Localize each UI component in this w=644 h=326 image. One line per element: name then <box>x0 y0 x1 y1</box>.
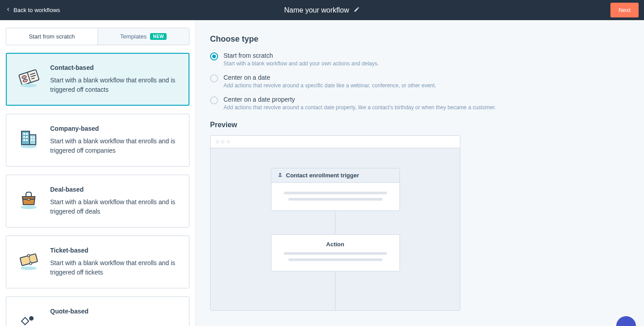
svg-rect-20 <box>33 139 34 141</box>
ticket-icon <box>16 247 41 272</box>
svg-rect-17 <box>31 137 32 138</box>
radio-start-from-scratch[interactable]: Start from scratch Start with a blank wo… <box>210 52 630 68</box>
svg-point-27 <box>29 262 32 265</box>
svg-rect-16 <box>26 139 28 141</box>
quote-icon <box>16 308 41 326</box>
skeleton-line <box>288 198 382 201</box>
choose-type-heading: Choose type <box>210 34 630 44</box>
svg-point-7 <box>21 84 37 87</box>
card-deal-based[interactable]: Deal-based Start with a blank workflow t… <box>6 175 189 227</box>
preview-heading: Preview <box>210 121 630 129</box>
card-company-based[interactable]: Company-based Start with a blank workflo… <box>6 114 189 167</box>
radio-label: Center on a date property <box>223 96 496 103</box>
action-node: Action <box>271 234 400 271</box>
svg-rect-15 <box>23 139 25 141</box>
radio-label: Start from scratch <box>223 52 379 59</box>
card-ticket-based[interactable]: Ticket-based Start with a blank workflow… <box>6 236 189 288</box>
radio-desc: Add actions that revolve around a contac… <box>223 104 496 112</box>
tab-templates[interactable]: Templates NEW <box>98 28 189 45</box>
sidebar-tabs: Start from scratch Templates NEW <box>6 28 189 45</box>
trigger-header: Contact enrollment trigger <box>271 168 399 183</box>
card-title: Ticket-based <box>50 247 179 254</box>
window-dot-icon <box>216 140 219 143</box>
window-dot-icon <box>221 140 224 143</box>
svg-rect-22 <box>27 198 30 200</box>
radio-center-on-date[interactable]: Center on a date Add actions that revolv… <box>210 74 630 90</box>
svg-rect-9 <box>21 131 30 145</box>
svg-rect-11 <box>23 133 25 135</box>
tab-start-from-scratch[interactable]: Start from scratch <box>6 28 98 45</box>
svg-rect-12 <box>26 133 28 135</box>
preview-canvas: Contact enrollment trigger Action <box>210 148 460 310</box>
tab-label: Templates <box>120 33 146 40</box>
radio-input[interactable] <box>210 52 218 60</box>
svg-rect-14 <box>26 136 28 138</box>
svg-point-28 <box>29 316 34 321</box>
card-contact-based[interactable]: Contact-based Start with a blank workflo… <box>6 53 189 106</box>
user-icon <box>278 172 283 179</box>
trigger-label: Contact enrollment trigger <box>286 172 359 179</box>
preview-box: Contact enrollment trigger Action <box>210 135 460 311</box>
svg-point-26 <box>27 254 30 257</box>
contact-icon <box>16 64 41 89</box>
card-desc: Start with a blank workflow that enrolls… <box>50 137 179 155</box>
company-icon <box>16 125 41 150</box>
svg-point-23 <box>21 266 37 270</box>
top-header: Back to workflows Name your workflow Nex… <box>0 0 644 20</box>
svg-rect-10 <box>30 135 36 145</box>
workflow-title-wrap[interactable]: Name your workflow <box>284 6 360 14</box>
left-sidebar: Start from scratch Templates NEW <box>0 20 196 326</box>
card-title: Deal-based <box>50 186 179 193</box>
svg-rect-13 <box>23 136 25 138</box>
help-bubble-button[interactable] <box>616 316 636 326</box>
back-to-workflows-link[interactable]: Back to workflows <box>5 7 60 13</box>
back-label: Back to workflows <box>13 7 60 13</box>
skeleton-line <box>288 258 382 261</box>
radio-input[interactable] <box>210 74 218 82</box>
radio-desc: Add actions that revolve around a specif… <box>223 82 436 90</box>
svg-rect-18 <box>33 137 34 138</box>
chevron-left-icon <box>5 7 11 13</box>
card-title: Contact-based <box>50 64 179 71</box>
svg-point-21 <box>21 206 37 209</box>
window-dot-icon <box>227 140 230 143</box>
radio-input[interactable] <box>210 96 218 104</box>
preview-window-chrome <box>210 136 460 148</box>
edit-icon <box>353 6 360 14</box>
next-button[interactable]: Next <box>610 3 639 17</box>
radio-desc: Start with a blank workflow and add your… <box>223 60 379 68</box>
deal-icon <box>16 186 41 211</box>
card-title: Company-based <box>50 125 179 132</box>
card-quote-based[interactable]: Quote-based <box>6 296 189 326</box>
connector-line <box>335 271 335 310</box>
skeleton-line <box>284 192 387 194</box>
svg-point-8 <box>21 145 37 148</box>
card-title: Quote-based <box>50 308 179 315</box>
type-radio-group: Start from scratch Start with a blank wo… <box>210 52 630 111</box>
trigger-node: Contact enrollment trigger <box>271 168 400 211</box>
workflow-title: Name your workflow <box>284 6 349 14</box>
main-content: Choose type Start from scratch Start wit… <box>196 20 644 326</box>
svg-rect-19 <box>31 139 32 141</box>
card-desc: Start with a blank workflow that enrolls… <box>50 197 179 216</box>
card-desc: Start with a blank workflow that enrolls… <box>50 76 179 94</box>
skeleton-line <box>284 252 387 255</box>
radio-center-on-date-property[interactable]: Center on a date property Add actions th… <box>210 96 630 112</box>
connector-line <box>335 211 335 234</box>
card-desc: Start with a blank workflow that enrolls… <box>50 258 179 277</box>
tab-label: Start from scratch <box>29 33 75 40</box>
new-badge: NEW <box>150 33 167 40</box>
action-label: Action <box>271 235 399 250</box>
radio-label: Center on a date <box>223 74 436 81</box>
